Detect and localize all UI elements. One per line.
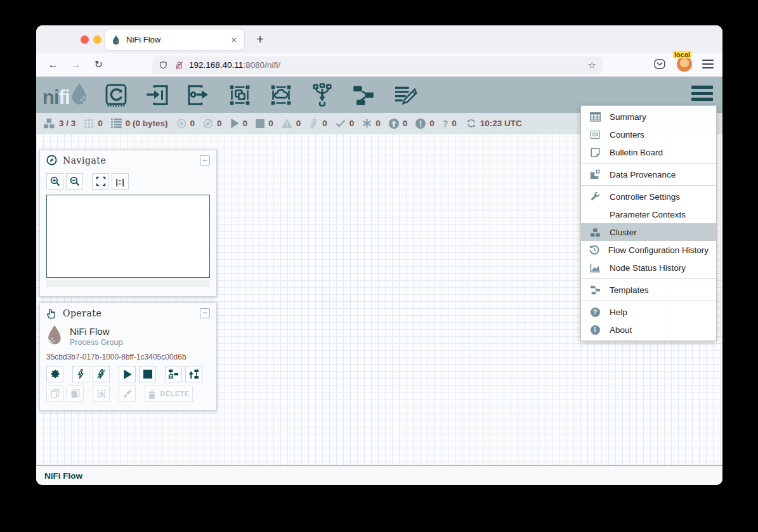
- shield-icon[interactable]: [159, 60, 168, 70]
- status-queued: 0 (0 bytes): [111, 119, 168, 128]
- browser-window: NiFi Flow × + ← → ↻ 192.168.40.11:8080/n…: [36, 25, 722, 485]
- menu-item-data-provenance[interactable]: Data Provenance: [581, 165, 716, 183]
- not-transmitting-icon: [203, 119, 213, 129]
- profile-avatar[interactable]: local: [677, 56, 692, 72]
- tab-close-icon[interactable]: ×: [230, 35, 238, 45]
- delete-button[interactable]: DELETE: [145, 386, 193, 402]
- insecure-lock-icon[interactable]: [174, 60, 184, 70]
- component-toolbar: [103, 82, 418, 108]
- flow-configuration-history-icon: [589, 245, 599, 255]
- menu-item-help[interactable]: ? Help: [581, 303, 716, 321]
- operate-collapse-button[interactable]: −: [200, 308, 210, 318]
- pocket-icon[interactable]: [653, 57, 667, 71]
- nifi-global-menu-icon[interactable]: [691, 86, 713, 101]
- counters-icon: 23: [590, 131, 600, 139]
- stopped-icon: [256, 119, 265, 128]
- last-refresh: 10:23 UTC: [466, 119, 522, 128]
- menu-item-controller-settings[interactable]: Controller Settings: [581, 188, 716, 205]
- disabled-icon: [309, 119, 318, 129]
- menu-divider: [581, 185, 716, 186]
- status-transmitting: 0: [176, 119, 195, 129]
- template-component[interactable]: [350, 82, 377, 108]
- birdseye-view[interactable]: [46, 195, 210, 278]
- selected-component-name: NiFi Flow: [70, 326, 122, 337]
- refresh-icon[interactable]: [466, 119, 476, 128]
- browser-tab[interactable]: NiFi Flow ×: [105, 29, 244, 50]
- navigate-collapse-button[interactable]: −: [200, 155, 210, 165]
- menu-item-counters[interactable]: 23 Counters: [581, 126, 716, 143]
- zoom-fit-button[interactable]: [92, 173, 109, 190]
- data-provenance-icon: [590, 169, 600, 179]
- menu-item-bulletin-board[interactable]: Bulletin Board: [581, 143, 716, 161]
- url-text[interactable]: 192.168.40.11:8080/nifi/: [189, 60, 280, 70]
- remote-process-group-component[interactable]: [268, 82, 294, 108]
- sync-failure-icon: ?: [443, 119, 448, 129]
- screenshot: NiFi Flow × + ← → ↻ 192.168.40.11:8080/n…: [0, 0, 758, 532]
- new-tab-button[interactable]: +: [252, 32, 268, 48]
- save-template-button[interactable]: [165, 366, 182, 382]
- reload-button[interactable]: ↻: [90, 56, 107, 74]
- forward-button[interactable]: →: [67, 56, 84, 74]
- disable-button[interactable]: [93, 366, 110, 382]
- menu-item-cluster[interactable]: Cluster: [581, 223, 716, 241]
- funnel-component[interactable]: [309, 82, 336, 108]
- window-minimize-button[interactable]: [93, 36, 101, 44]
- processor-component[interactable]: [103, 82, 129, 108]
- status-up-to-date: 0: [336, 119, 355, 128]
- nifi-logo-drop-icon: [70, 83, 89, 107]
- browser-actions: local: [653, 56, 714, 72]
- templates-icon: [590, 285, 601, 295]
- fill-color-button[interactable]: [119, 386, 136, 402]
- menu-divider: [581, 163, 716, 164]
- status-running: 0: [230, 119, 248, 128]
- status-stopped: 0: [256, 119, 273, 128]
- status-locally-modified: 0: [362, 119, 381, 128]
- bookmark-star-icon[interactable]: ☆: [588, 60, 596, 71]
- status-locally-modified-and-stale: 0: [415, 119, 435, 129]
- menu-divider: [581, 301, 716, 301]
- firefox-menu-icon[interactable]: [702, 60, 714, 68]
- menu-item-templates[interactable]: Templates: [581, 281, 716, 299]
- zoom-in-button[interactable]: [46, 173, 63, 190]
- locally-modified-icon: [362, 119, 372, 128]
- menu-item-parameter-contexts[interactable]: Parameter Contexts: [581, 205, 716, 223]
- upload-template-button[interactable]: [185, 366, 202, 382]
- menu-item-flow-configuration-history[interactable]: Flow Configuration History: [581, 241, 716, 259]
- start-button[interactable]: [119, 366, 136, 382]
- paste-button[interactable]: [67, 386, 84, 402]
- controller-settings-icon: [590, 191, 600, 202]
- menu-item-about[interactable]: i About: [581, 321, 716, 339]
- copy-button[interactable]: [46, 386, 63, 402]
- label-component[interactable]: [391, 82, 418, 108]
- window-close-button[interactable]: [81, 36, 89, 44]
- running-icon: [230, 119, 239, 128]
- stop-button[interactable]: [139, 366, 156, 382]
- zoom-actual-size-button[interactable]: |:|: [112, 173, 129, 190]
- help-icon: ?: [591, 308, 600, 317]
- cluster-icon: [43, 118, 55, 129]
- back-button[interactable]: ←: [44, 56, 62, 74]
- up-to-date-icon: [336, 119, 346, 127]
- birdseye-brand-strip: [46, 280, 210, 287]
- enable-button[interactable]: [72, 366, 89, 382]
- browser-tab-bar: NiFi Flow × +: [36, 25, 722, 53]
- status-sync-failure: ? 0: [443, 119, 457, 129]
- configure-button[interactable]: [46, 366, 63, 382]
- summary-icon: [590, 112, 601, 122]
- breadcrumb[interactable]: NiFi Flow: [44, 471, 82, 481]
- group-button[interactable]: [93, 386, 110, 402]
- url-bar[interactable]: 192.168.40.11:8080/nifi/ ☆: [152, 56, 603, 74]
- process-group-component[interactable]: [226, 82, 253, 108]
- nifi-global-menu: Summary 23 Counters Bulletin Board Data …: [580, 105, 717, 341]
- zoom-out-button[interactable]: [66, 173, 83, 190]
- navigate-panel: Navigate − |:|: [39, 150, 217, 297]
- process-group-drop-icon: [46, 325, 63, 347]
- menu-item-node-status-history[interactable]: Node Status History: [581, 259, 716, 276]
- transmitting-icon: [176, 119, 186, 129]
- threads-icon: [84, 119, 94, 129]
- output-port-component[interactable]: [185, 82, 212, 108]
- operate-panel-title: Operate: [63, 308, 194, 318]
- input-port-component[interactable]: [144, 82, 171, 108]
- menu-item-summary[interactable]: Summary: [581, 108, 716, 126]
- cluster-menu-icon: [590, 228, 601, 237]
